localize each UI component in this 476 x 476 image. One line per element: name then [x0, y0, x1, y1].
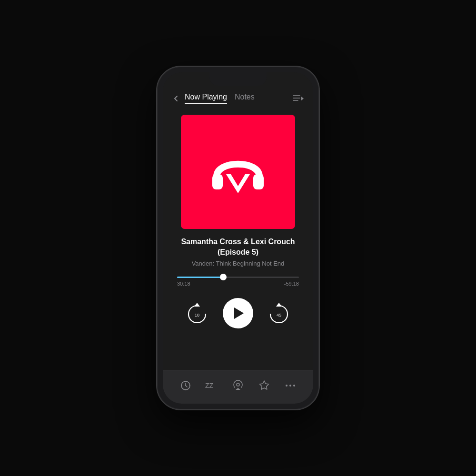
phone-notch [209, 72, 267, 86]
phone-screen: Now Playing Notes [163, 72, 313, 404]
sleep-timer-button[interactable] [177, 377, 194, 394]
progress-thumb[interactable] [220, 274, 227, 280]
rewind-button[interactable]: 10 [185, 301, 209, 326]
current-time: 30:18 [177, 281, 190, 287]
svg-point-17 [289, 385, 291, 387]
progress-section: 30:18 -59:18 [163, 271, 313, 288]
tab-now-playing[interactable]: Now Playing [185, 93, 227, 104]
progress-fill [177, 277, 223, 278]
header: Now Playing Notes [163, 89, 313, 110]
back-button[interactable] [172, 95, 180, 102]
svg-text:45: 45 [277, 313, 281, 317]
track-info: Samantha Cross & Lexi Crouch (Episode 5)… [163, 237, 313, 271]
svg-rect-2 [253, 174, 264, 189]
playback-controls: 10 45 [163, 288, 313, 336]
svg-point-16 [286, 385, 288, 387]
svg-point-11 [185, 389, 186, 390]
sleep-button[interactable]: ZZ [203, 377, 220, 394]
svg-point-12 [181, 385, 182, 386]
play-icon [234, 307, 244, 319]
svg-text:ZZ: ZZ [205, 382, 214, 389]
svg-text:10: 10 [195, 313, 199, 317]
svg-point-18 [293, 385, 295, 387]
svg-marker-3 [226, 174, 250, 193]
screen-content: Now Playing Notes [163, 72, 313, 404]
album-art [181, 115, 295, 229]
forward-button[interactable]: 45 [267, 301, 291, 326]
svg-marker-4 [194, 303, 200, 307]
track-podcast: Vanden: Think Beginning Not End [177, 260, 299, 267]
playlist-button[interactable] [293, 95, 304, 102]
remaining-time: -59:18 [284, 281, 299, 287]
progress-bar[interactable] [177, 277, 299, 278]
progress-times: 30:18 -59:18 [177, 281, 299, 287]
svg-marker-6 [276, 303, 282, 307]
more-button[interactable] [282, 377, 299, 394]
bottom-toolbar: ZZ [163, 370, 313, 404]
favorite-button[interactable] [256, 377, 273, 394]
svg-point-9 [185, 385, 186, 386]
podcast-logo [205, 139, 271, 205]
tab-notes[interactable]: Notes [235, 93, 255, 104]
svg-point-10 [185, 381, 186, 382]
track-title: Samantha Cross & Lexi Crouch (Episode 5) [177, 237, 299, 258]
play-button[interactable] [223, 298, 253, 328]
svg-rect-1 [212, 174, 223, 189]
album-art-container [163, 110, 313, 237]
svg-marker-0 [301, 97, 304, 100]
svg-point-15 [237, 383, 239, 386]
tab-bar: Now Playing Notes [185, 93, 293, 104]
phone-device: Now Playing Notes [157, 67, 319, 409]
svg-point-13 [189, 385, 190, 386]
airplay-button[interactable] [229, 377, 247, 394]
